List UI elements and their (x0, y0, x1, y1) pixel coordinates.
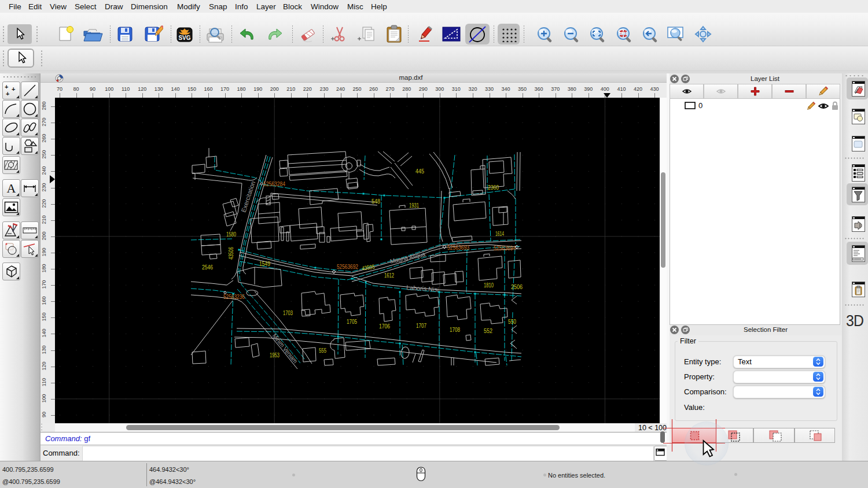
svg-text:1612: 1612 (384, 272, 394, 279)
svg-text:52563694: 52563694 (494, 245, 516, 252)
svg-text:Magna Aliqua: Magna Aliqua (389, 250, 426, 265)
svg-text:SVG: SVG (178, 35, 190, 41)
svg-text:2506: 2506 (511, 283, 523, 290)
svg-text:+: + (6, 90, 9, 97)
svg-text:555: 555 (319, 347, 326, 354)
svg-text:1580: 1580 (226, 231, 236, 238)
svg-text:1614: 1614 (495, 230, 504, 237)
svg-text:1707: 1707 (416, 322, 426, 329)
svg-text:1706: 1706 (379, 323, 390, 330)
svg-text:548: 548 (372, 198, 380, 205)
svg-text:1705: 1705 (347, 318, 357, 325)
svg-text:445: 445 (415, 168, 424, 175)
svg-text:552: 552 (484, 327, 492, 334)
svg-text:1703: 1703 (283, 309, 293, 316)
svg-text:Laboris Nisi: Laboris Nisi (406, 284, 439, 293)
svg-text:+: + (12, 86, 15, 93)
svg-text:550: 550 (508, 318, 516, 325)
svg-text:1549: 1549 (259, 260, 270, 267)
svg-text:2546: 2546 (202, 264, 213, 271)
svg-text:+: + (5, 83, 8, 90)
svg-text:1953: 1953 (270, 352, 279, 358)
svg-text:1931: 1931 (409, 202, 419, 209)
svg-text:52563236: 52563236 (223, 293, 245, 300)
svg-text:2360: 2360 (488, 184, 499, 191)
svg-text:Minim Veniam: Minim Veniam (271, 332, 299, 365)
svg-text:52563693: 52563693 (447, 244, 469, 251)
svg-text:1810: 1810 (484, 282, 494, 289)
svg-text:A: A (7, 181, 16, 195)
svg-text:52563692: 52563692 (337, 263, 358, 270)
svg-text:52563284: 52563284 (263, 180, 285, 187)
svg-text:43506: 43506 (227, 247, 234, 260)
svg-text:1708: 1708 (450, 326, 460, 333)
